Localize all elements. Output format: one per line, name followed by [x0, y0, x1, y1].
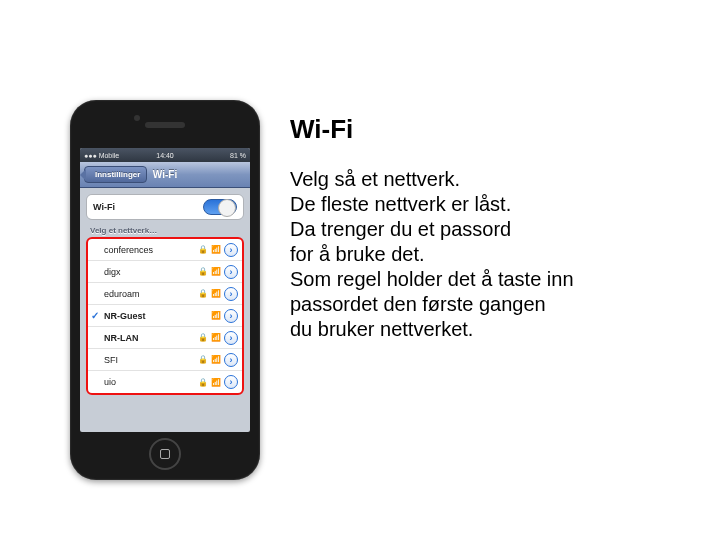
wifi-signal-icon: 📶	[211, 355, 221, 364]
network-name: uio	[104, 377, 116, 387]
network-row-accessories: 🔒📶›	[198, 353, 238, 367]
home-icon	[160, 449, 170, 459]
network-row[interactable]: NR-LAN🔒📶›	[88, 327, 242, 349]
lock-icon: 🔒	[198, 245, 208, 254]
body-line: for å bruke det.	[290, 242, 690, 267]
wifi-signal-icon: 📶	[211, 333, 221, 342]
network-row[interactable]: digx🔒📶›	[88, 261, 242, 283]
wifi-signal-icon: 📶	[211, 289, 221, 298]
network-row-accessories: 📶›	[211, 309, 238, 323]
wifi-switch-on[interactable]	[203, 199, 237, 215]
detail-disclosure-icon[interactable]: ›	[224, 265, 238, 279]
wifi-toggle-label: Wi-Fi	[93, 202, 115, 212]
network-list-highlight: conferences🔒📶›digx🔒📶›eduroam🔒📶›NR-Guest📶…	[86, 237, 244, 395]
detail-disclosure-icon[interactable]: ›	[224, 287, 238, 301]
nav-bar: Innstillinger Wi-Fi	[80, 162, 250, 188]
nav-title: Wi-Fi	[80, 169, 250, 180]
network-name: digx	[104, 267, 121, 277]
slide-heading: Wi-Fi	[290, 114, 690, 145]
home-button[interactable]	[149, 438, 181, 470]
wifi-signal-icon: 📶	[211, 267, 221, 276]
wifi-toggle-row[interactable]: Wi-Fi	[87, 195, 243, 219]
lock-icon: 🔒	[198, 289, 208, 298]
network-name: eduroam	[104, 289, 140, 299]
detail-disclosure-icon[interactable]: ›	[224, 375, 238, 389]
wifi-toggle-cell: Wi-Fi	[86, 194, 244, 220]
detail-disclosure-icon[interactable]: ›	[224, 309, 238, 323]
network-row-accessories: 🔒📶›	[198, 287, 238, 301]
phone-screen: ●●● Mobile 14:40 81 % Innstillinger Wi-F…	[80, 148, 250, 432]
network-row[interactable]: conferences🔒📶›	[88, 239, 242, 261]
wifi-signal-icon: 📶	[211, 311, 221, 320]
network-name: SFI	[104, 355, 118, 365]
choose-network-label: Velg et nettverk…	[90, 226, 240, 235]
detail-disclosure-icon[interactable]: ›	[224, 353, 238, 367]
network-name: conferences	[104, 245, 153, 255]
network-name: NR-Guest	[104, 311, 146, 321]
network-row-accessories: 🔒📶›	[198, 375, 238, 389]
body-line: De fleste nettverk er låst.	[290, 192, 690, 217]
camera-dot	[134, 115, 140, 121]
network-name: NR-LAN	[104, 333, 139, 343]
body-line: passordet den første gangen	[290, 292, 690, 317]
detail-disclosure-icon[interactable]: ›	[224, 243, 238, 257]
network-row-accessories: 🔒📶›	[198, 243, 238, 257]
body-line: Da trenger du et passord	[290, 217, 690, 242]
body-line: du bruker nettverket.	[290, 317, 690, 342]
network-row[interactable]: NR-Guest📶›	[88, 305, 242, 327]
wifi-signal-icon: 📶	[211, 245, 221, 254]
lock-icon: 🔒	[198, 355, 208, 364]
network-row[interactable]: uio🔒📶›	[88, 371, 242, 393]
lock-icon: 🔒	[198, 267, 208, 276]
network-row-accessories: 🔒📶›	[198, 331, 238, 345]
slide-text: Wi-Fi Velg så et nettverk. De fleste net…	[290, 100, 690, 480]
lock-icon: 🔒	[198, 333, 208, 342]
detail-disclosure-icon[interactable]: ›	[224, 331, 238, 345]
iphone-frame: ●●● Mobile 14:40 81 % Innstillinger Wi-F…	[70, 100, 260, 480]
network-row[interactable]: SFI🔒📶›	[88, 349, 242, 371]
status-bar: ●●● Mobile 14:40 81 %	[80, 148, 250, 162]
lock-icon: 🔒	[198, 378, 208, 387]
network-row[interactable]: eduroam🔒📶›	[88, 283, 242, 305]
body-line: Velg så et nettverk.	[290, 167, 690, 192]
wifi-signal-icon: 📶	[211, 378, 221, 387]
speaker-slot	[145, 122, 185, 128]
status-time: 14:40	[80, 152, 250, 159]
network-row-accessories: 🔒📶›	[198, 265, 238, 279]
body-line: Som regel holder det å taste inn	[290, 267, 690, 292]
